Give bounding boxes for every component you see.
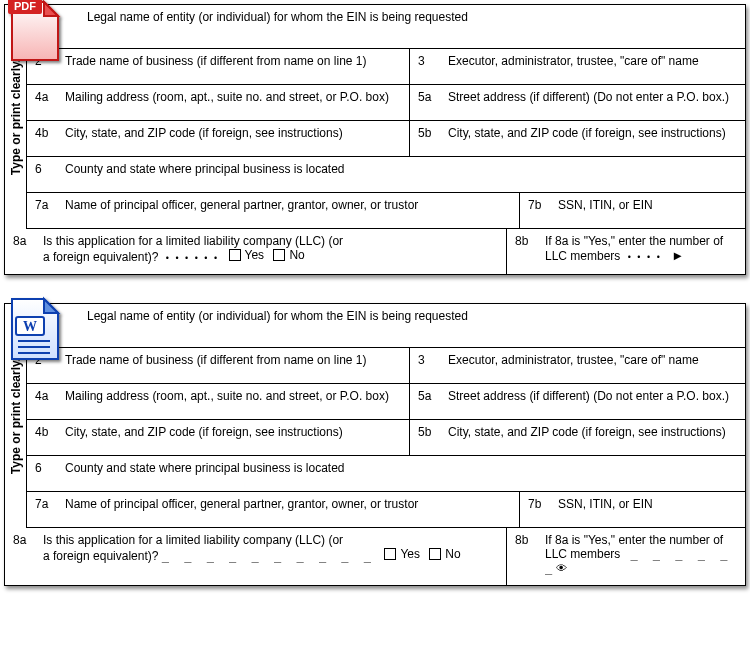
no-option[interactable]: No bbox=[429, 547, 460, 561]
word-icon: W bbox=[0, 295, 70, 368]
city-state-zip-5b-label: City, state, and ZIP code (if foreign, s… bbox=[448, 425, 737, 439]
executor-label: Executor, administrator, trustee, "care … bbox=[448, 54, 737, 68]
cell-3: 3 Executor, administrator, trustee, "car… bbox=[410, 49, 745, 84]
cell-3: 3 Executor, administrator, trustee, "car… bbox=[410, 348, 745, 383]
llc-members-line2: LLC members bbox=[545, 249, 620, 263]
cell-8b: 8b If 8a is "Yes," enter the number of L… bbox=[507, 229, 745, 274]
legal-name-label: Legal name of entity (or individual) for… bbox=[87, 309, 737, 323]
cell-5b: 5b City, state, and ZIP code (if foreign… bbox=[410, 420, 745, 455]
cell-7b: 7b SSN, ITIN, or EIN bbox=[520, 193, 745, 228]
cell-8b: 8b If 8a is "Yes," enter the number of L… bbox=[507, 528, 745, 585]
cell-7a: 7a Name of principal officer, general pa… bbox=[27, 492, 520, 527]
cell-6: 6 County and state where principal busin… bbox=[27, 157, 745, 192]
llc-members-line1: If 8a is "Yes," enter the number of bbox=[545, 533, 723, 547]
legal-name-label: Legal name of entity (or individual) for… bbox=[87, 10, 737, 24]
blank-line: _ _ _ _ _ _ _ _ _ _ bbox=[162, 549, 375, 563]
cell-7a: 7a Name of principal officer, general pa… bbox=[27, 193, 520, 228]
city-state-zip-5b-label: City, state, and ZIP code (if foreign, s… bbox=[448, 126, 737, 140]
cell-4b: 4b City, state, and ZIP code (if foreign… bbox=[27, 420, 410, 455]
pdf-icon: PDF bbox=[0, 0, 70, 69]
county-state-label: County and state where principal busines… bbox=[65, 461, 737, 475]
ssn-itin-ein-label: SSN, ITIN, or EIN bbox=[558, 497, 737, 511]
street-address-label: Street address (if different) (Do not en… bbox=[448, 389, 737, 403]
checkbox-icon[interactable] bbox=[273, 249, 285, 261]
principal-officer-label: Name of principal officer, general partn… bbox=[65, 497, 511, 511]
cell-8a: 8a Is this application for a limited lia… bbox=[5, 229, 507, 274]
county-state-label: County and state where principal busines… bbox=[65, 162, 737, 176]
cell-4b: 4b City, state, and ZIP code (if foreign… bbox=[27, 121, 410, 156]
row-8a-8b: 8a Is this application for a limited lia… bbox=[4, 229, 746, 275]
form-pdf-block: PDF Type or print clearly. Legal name of… bbox=[4, 4, 746, 275]
cell-7b: 7b SSN, ITIN, or EIN bbox=[520, 492, 745, 527]
cell-1: Legal name of entity (or individual) for… bbox=[27, 304, 745, 347]
cell-2: 2 Trade name of business (if different f… bbox=[27, 348, 410, 383]
principal-officer-label: Name of principal officer, general partn… bbox=[65, 198, 511, 212]
no-option[interactable]: No bbox=[273, 248, 304, 262]
executor-label: Executor, administrator, trustee, "care … bbox=[448, 353, 737, 367]
svg-text:PDF: PDF bbox=[14, 0, 36, 12]
cell-1: Legal name of entity (or individual) for… bbox=[27, 5, 745, 48]
form-pdf-grid: Type or print clearly. Legal name of ent… bbox=[4, 4, 746, 229]
cell-2: 2 Trade name of business (if different f… bbox=[27, 49, 410, 84]
row-4a-5a: 4a Mailing address (room, apt., suite no… bbox=[27, 85, 745, 121]
row-4b-5b: 4b City, state, and ZIP code (if foreign… bbox=[27, 121, 745, 157]
row-2-3: 2 Trade name of business (if different f… bbox=[27, 348, 745, 384]
llc-question-line2: a foreign equivalent)? bbox=[43, 250, 158, 264]
leader-dots bbox=[624, 249, 662, 263]
street-address-label: Street address (if different) (Do not en… bbox=[448, 90, 737, 104]
form-word-grid: Type or print clearly. Legal name of ent… bbox=[4, 303, 746, 528]
svg-text:W: W bbox=[23, 319, 37, 334]
llc-members-line2: LLC members bbox=[545, 547, 620, 561]
mailing-address-label: Mailing address (room, apt., suite no. a… bbox=[65, 90, 401, 104]
cell-5b: 5b City, state, and ZIP code (if foreign… bbox=[410, 121, 745, 156]
leader-dots bbox=[162, 250, 219, 264]
row-4b-5b: 4b City, state, and ZIP code (if foreign… bbox=[27, 420, 745, 456]
trade-name-label: Trade name of business (if different fro… bbox=[65, 353, 401, 367]
llc-members-line1: If 8a is "Yes," enter the number of bbox=[545, 234, 723, 248]
row-6: 6 County and state where principal busin… bbox=[27, 157, 745, 193]
checkbox-icon[interactable] bbox=[229, 249, 241, 261]
cell-4a: 4a Mailing address (room, apt., suite no… bbox=[27, 85, 410, 120]
cell-5a: 5a Street address (if different) (Do not… bbox=[410, 384, 745, 419]
row-1: Legal name of entity (or individual) for… bbox=[27, 304, 745, 348]
side-label: Type or print clearly. bbox=[9, 358, 23, 474]
llc-question-line2: a foreign equivalent)? bbox=[43, 549, 158, 563]
cell-6: 6 County and state where principal busin… bbox=[27, 456, 745, 491]
ssn-itin-ein-label: SSN, ITIN, or EIN bbox=[558, 198, 737, 212]
row-6: 6 County and state where principal busin… bbox=[27, 456, 745, 492]
trade-name-label: Trade name of business (if different fro… bbox=[65, 54, 401, 68]
row-4a-5a: 4a Mailing address (room, apt., suite no… bbox=[27, 384, 745, 420]
row-1: Legal name of entity (or individual) for… bbox=[27, 5, 745, 49]
cell-5a: 5a Street address (if different) (Do not… bbox=[410, 85, 745, 120]
row-2-3: 2 Trade name of business (if different f… bbox=[27, 49, 745, 85]
yes-option[interactable]: Yes bbox=[229, 248, 265, 262]
form-word-block: W Type or print clearly. Legal name of e… bbox=[4, 303, 746, 586]
row-7a-7b: 7a Name of principal officer, general pa… bbox=[27, 492, 745, 528]
llc-question-line1: Is this application for a limited liabil… bbox=[43, 234, 343, 248]
checkbox-icon[interactable] bbox=[429, 548, 441, 560]
side-label: Type or print clearly. bbox=[9, 59, 23, 175]
llc-question-line1: Is this application for a limited liabil… bbox=[43, 533, 343, 547]
city-state-zip-4b-label: City, state, and ZIP code (if foreign, s… bbox=[65, 126, 401, 140]
city-state-zip-4b-label: City, state, and ZIP code (if foreign, s… bbox=[65, 425, 401, 439]
mailing-address-label: Mailing address (room, apt., suite no. a… bbox=[65, 389, 401, 403]
cell-4a: 4a Mailing address (room, apt., suite no… bbox=[27, 384, 410, 419]
eye-icon: 👁 bbox=[556, 562, 567, 574]
arrow-icon: ► bbox=[671, 248, 684, 263]
yes-option[interactable]: Yes bbox=[384, 547, 420, 561]
checkbox-icon[interactable] bbox=[384, 548, 396, 560]
row-7a-7b: 7a Name of principal officer, general pa… bbox=[27, 193, 745, 229]
row-8a-8b: 8a Is this application for a limited lia… bbox=[4, 528, 746, 586]
cell-8a: 8a Is this application for a limited lia… bbox=[5, 528, 507, 585]
